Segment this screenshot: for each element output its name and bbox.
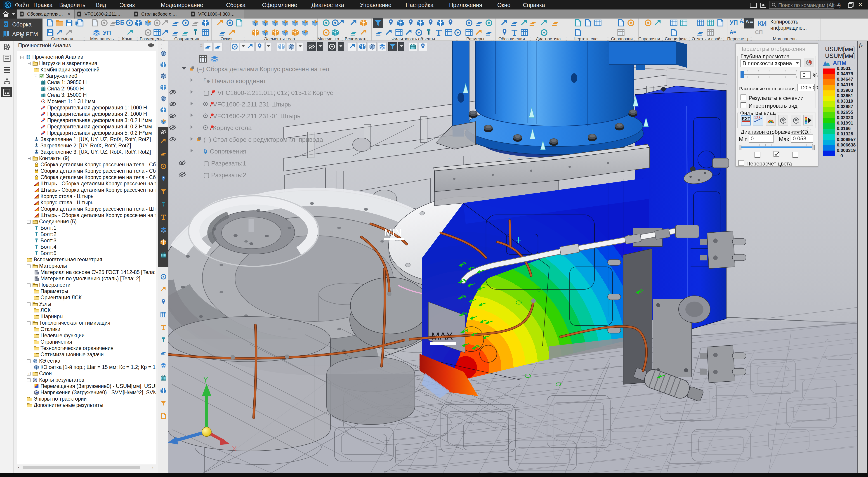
svg-text:Y: Y xyxy=(203,375,209,384)
svg-text:MIN: MIN xyxy=(384,227,402,238)
svg-text:X: X xyxy=(232,445,237,453)
